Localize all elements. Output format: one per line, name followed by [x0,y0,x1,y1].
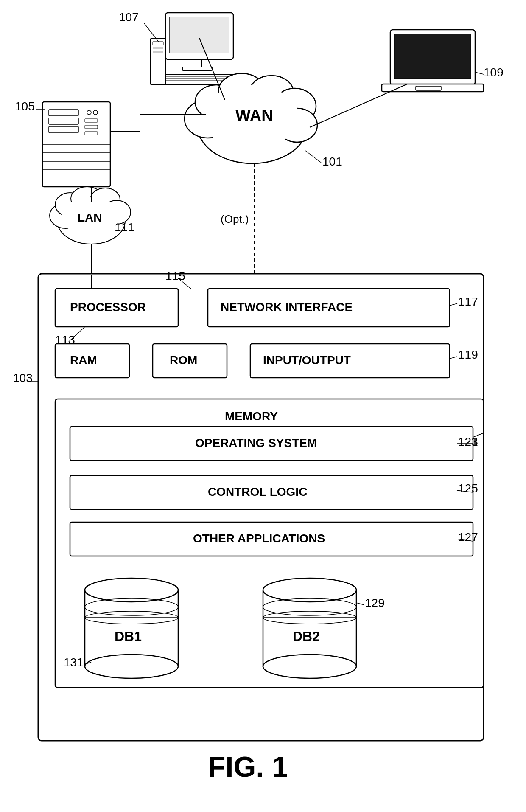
ref-125: 125 [458,482,478,495]
wan-label: WAN [235,107,273,124]
ref-111: 111 [115,221,134,234]
ref-115: 115 [165,270,185,283]
ref-123: 123 [458,435,478,448]
ref-101: 101 [322,155,342,168]
svg-rect-10 [153,42,163,45]
ref-105: 105 [15,100,35,113]
db1-cylinder: DB1 [85,578,178,678]
svg-rect-11 [153,47,163,49]
input-output-label: INPUT/OUTPUT [263,354,351,367]
svg-rect-34 [85,119,98,122]
svg-rect-17 [416,86,441,90]
ref-107: 107 [119,11,139,24]
network-interface-label: NETWORK INTERFACE [221,301,353,314]
fig-caption: FIG. 1 [208,750,288,783]
svg-point-33 [93,110,98,115]
ref-117: 117 [458,295,478,308]
ref-103: 103 [13,371,33,385]
svg-rect-12 [153,51,163,53]
svg-rect-35 [85,125,98,129]
svg-rect-15 [394,34,471,79]
os-label: OPERATING SYSTEM [195,436,317,450]
ref-119: 119 [458,348,478,361]
ref-109: 109 [484,66,504,79]
svg-rect-36 [85,132,98,135]
ref-127: 127 [458,531,478,544]
other-apps-label: OTHER APPLICATIONS [193,532,325,545]
ref-129: 129 [365,596,385,610]
db2-label: DB2 [293,629,320,644]
svg-point-32 [87,110,91,115]
diagram-container: 107 109 WAN 101 [0,0,526,812]
svg-rect-30 [49,118,78,124]
svg-rect-31 [49,126,78,133]
processor-label: PROCESSOR [70,301,146,314]
ram-label: RAM [70,354,97,367]
control-logic-label: CONTROL LOGIC [208,485,307,498]
lan-label: LAN [78,211,102,224]
rom-label: ROM [170,354,197,367]
db2-cylinder: DB2 [263,578,356,678]
memory-label: MEMORY [225,410,278,423]
svg-rect-2 [170,17,229,53]
ref-131: 131 [64,656,84,669]
svg-point-78 [85,655,178,678]
svg-rect-4 [182,67,212,70]
svg-rect-29 [49,110,78,116]
svg-point-86 [263,655,356,678]
opt-label: (Opt.) [221,213,249,225]
db1-label: DB1 [115,629,142,644]
